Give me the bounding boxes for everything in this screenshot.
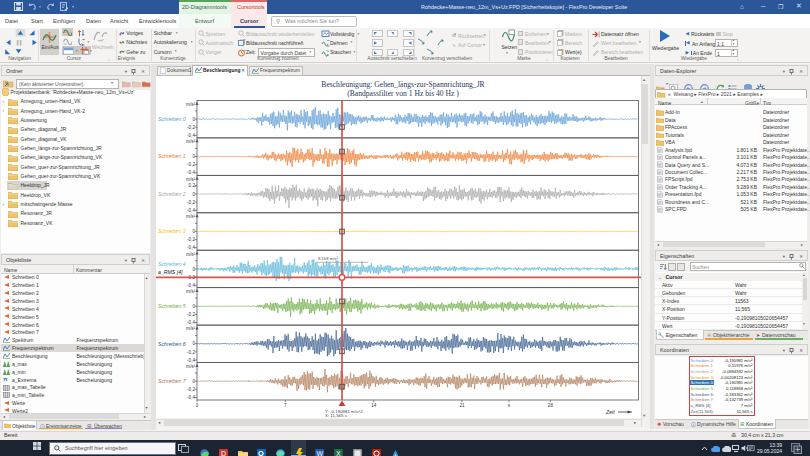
svg-text:7: 7 — [284, 403, 287, 408]
svg-text:m/s²: m/s² — [186, 326, 195, 331]
svg-text:-0,2: -0,2 — [187, 312, 195, 317]
svg-text:s: s — [508, 403, 511, 408]
svg-text:8,108 m/s²: 8,108 m/s² — [318, 256, 338, 261]
svg-text:Schreiben 5: Schreiben 5 — [158, 303, 186, 309]
svg-text:Schreiben 7: Schreiben 7 — [158, 378, 187, 384]
svg-text:m/s²: m/s² — [186, 102, 195, 107]
svg-text:m/s²: m/s² — [186, 252, 195, 257]
svg-text:-0,2: -0,2 — [187, 200, 195, 205]
svg-text:-0,2: -0,2 — [187, 237, 195, 242]
svg-text:m/s²: m/s² — [186, 139, 195, 144]
svg-text:Schreiben 6: Schreiben 6 — [158, 341, 186, 347]
svg-text:14: 14 — [371, 403, 377, 408]
svg-text:W: W — [316, 450, 323, 456]
svg-text:Schreiben 2: Schreiben 2 — [158, 191, 186, 197]
svg-text:X: X — [336, 450, 341, 456]
svg-text:21: 21 — [459, 403, 465, 408]
svg-text:-0,2: -0,2 — [187, 162, 195, 167]
svg-text:Schreiben 0: Schreiben 0 — [158, 116, 186, 122]
svg-text:-0,2: -0,2 — [187, 387, 195, 392]
svg-text:-0,4: -0,4 — [187, 133, 195, 138]
svg-text:a_RMS [4]: a_RMS [4] — [158, 269, 183, 275]
svg-text:Zeit: Zeit — [605, 409, 615, 415]
svg-text:m/s²: m/s² — [186, 289, 195, 294]
svg-text:0,2: 0,2 — [189, 183, 196, 188]
svg-text:-0,4: -0,4 — [187, 170, 195, 175]
svg-text:-0,4: -0,4 — [187, 320, 195, 325]
svg-text:m/s²: m/s² — [186, 364, 195, 369]
svg-text:-0,2: -0,2 — [187, 125, 195, 130]
svg-text:28: 28 — [548, 403, 554, 408]
svg-text:Schreiben 4: Schreiben 4 — [158, 261, 186, 267]
svg-text:0: 0 — [196, 403, 199, 408]
svg-text:m/s²: m/s² — [186, 214, 195, 219]
svg-text:D: D — [221, 450, 226, 456]
svg-text:-0,4: -0,4 — [187, 395, 195, 400]
svg-text:-0,4: -0,4 — [187, 283, 195, 288]
svg-text:-0,4: -0,4 — [187, 208, 195, 213]
svg-text:-0,4: -0,4 — [187, 245, 195, 250]
svg-text:-0,2: -0,2 — [187, 350, 195, 355]
svg-text:Schreiben 3: Schreiben 3 — [158, 228, 186, 234]
svg-text:-0,4: -0,4 — [187, 358, 195, 363]
svg-text:m/s²: m/s² — [186, 177, 195, 182]
svg-text:Schreiben 1: Schreiben 1 — [158, 153, 186, 159]
